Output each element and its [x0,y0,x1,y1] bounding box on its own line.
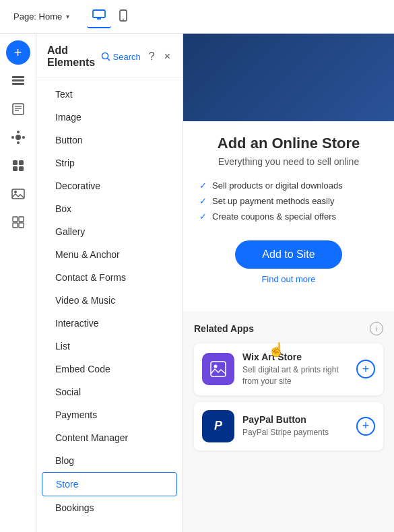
svg-point-12 [15,135,21,140]
app-card-wix-art: Wix Art Store Sell digital art & prints … [194,343,383,395]
menu-item-video-music[interactable]: Video & Music [42,289,177,312]
menu-item-payments[interactable]: Payments [42,403,177,426]
add-wix-art-button[interactable]: + [356,360,375,378]
menu-item-strip[interactable]: Strip [42,152,177,174]
svg-rect-23 [13,217,18,222]
svg-rect-5 [12,76,24,78]
close-button[interactable]: × [163,49,172,64]
svg-point-16 [22,136,25,139]
feature-text-1: Sell products or digital downloads [212,180,343,191]
menu-item-box[interactable]: Box [42,197,177,220]
svg-point-15 [11,136,14,139]
menu-item-store[interactable]: Store [42,472,177,496]
wix-art-desc: Sell digital art & prints right from you… [242,364,348,387]
paypal-name: PayPal Button [242,414,348,425]
feature-title: Add an Online Store [199,135,378,152]
top-bar: Page: Home ▾ [0,0,394,34]
menu-item-image[interactable]: Image [42,106,177,129]
paypal-desc: PayPal Stripe payments [242,427,348,438]
menu-item-text[interactable]: Text [42,83,177,106]
svg-rect-25 [13,223,18,228]
check-icon-3: ✓ [199,211,207,222]
menu-item-embed-code[interactable]: Embed Code [42,358,177,380]
chevron-down-icon: ▾ [66,13,69,20]
svg-rect-7 [12,83,24,85]
related-apps-header: Related Apps i [194,322,383,335]
svg-point-22 [14,191,17,193]
svg-point-13 [17,131,20,133]
feature-list: ✓ Sell products or digital downloads ✓ S… [199,178,378,224]
svg-rect-18 [19,160,24,165]
svg-line-28 [107,59,110,61]
menu-list: Text Image Button Strip Decorative Box G… [36,77,183,532]
page-label: Page: Home [13,11,62,22]
page-selector[interactable]: Page: Home ▾ [8,9,75,24]
add-element-button[interactable]: + [6,40,30,65]
panel-header: Add Elements Search ? × [36,34,183,77]
svg-rect-8 [13,104,24,114]
menu-item-content-manager[interactable]: Content Manager [42,426,177,449]
pages-button[interactable] [6,97,30,121]
mobile-icon[interactable] [114,5,133,28]
search-button[interactable]: Search [101,52,141,62]
check-icon-1: ✓ [199,180,207,191]
apps-button[interactable] [6,154,30,178]
media-button[interactable] [6,182,30,206]
menu-item-contact-forms[interactable]: Contact & Forms [42,266,177,289]
svg-rect-29 [211,362,226,376]
feature-subtitle: Everything you need to sell online [199,156,378,167]
left-sidebar: + [0,34,36,532]
svg-rect-0 [93,10,105,18]
related-apps-title: Related Apps [194,323,254,334]
find-out-more-link[interactable]: Find out more [199,274,378,284]
feature-item-2: ✓ Set up payment methods easily [199,193,378,209]
svg-point-30 [214,365,218,368]
menu-item-blog[interactable]: Blog [42,449,177,472]
device-icons [87,5,133,28]
paypal-icon: P [202,410,234,442]
wix-art-info: Wix Art Store Sell digital art & prints … [242,352,348,387]
app-card-paypal: P PayPal Button PayPal Stripe payments + [194,402,383,451]
menu-item-gallery[interactable]: Gallery [42,220,177,243]
main-content: E.U 🛒≡ Bass Speaker Wireless Speaker H [183,34,394,532]
svg-rect-6 [12,79,24,81]
related-apps-info-icon[interactable]: i [370,322,383,335]
svg-point-14 [17,141,20,144]
svg-rect-19 [13,166,18,171]
svg-rect-20 [19,166,24,171]
menu-item-decorative[interactable]: Decorative [42,174,177,197]
menu-item-interactive[interactable]: Interactive [42,312,177,335]
wix-art-name: Wix Art Store [242,352,348,362]
menu-item-button[interactable]: Button [42,129,177,152]
wix-art-icon [202,353,234,385]
menu-item-bookings[interactable]: Bookings [42,496,177,519]
paypal-info: PayPal Button PayPal Stripe payments [242,414,348,438]
add-paypal-button[interactable]: + [356,417,375,436]
related-apps-section: Related Apps i Wix Art Store Sell digita… [183,311,394,468]
menu-item-list[interactable]: List [42,335,177,358]
check-icon-2: ✓ [199,196,207,206]
svg-point-27 [102,53,108,59]
add-to-site-button[interactable]: Add to Site [235,240,341,269]
svg-rect-17 [13,160,18,165]
feature-content: Add an Online Store Everything you need … [183,121,394,311]
svg-rect-24 [19,217,24,222]
menu-item-menu-anchor[interactable]: Menu & Anchor [42,243,177,266]
feature-item-3: ✓ Create coupons & special offers [199,209,378,224]
data-button[interactable] [6,210,30,234]
feature-text-2: Set up payment methods easily [212,196,334,206]
menu-item-social[interactable]: Social [42,380,177,403]
design-button[interactable] [6,125,30,149]
panel-header-icons: Search ? × [101,49,172,64]
panel-title: Add Elements [47,44,101,69]
feature-text-3: Create coupons & special offers [212,211,336,222]
desktop-icon[interactable] [87,5,111,28]
help-button[interactable]: ? [147,49,156,64]
add-elements-panel: Add Elements Search ? × Text Image Butto… [36,34,183,532]
feature-item-1: ✓ Sell products or digital downloads [199,178,378,193]
search-label: Search [113,52,141,62]
store-banner: E.U 🛒≡ Bass Speaker Wireless Speaker H [183,34,394,121]
svg-rect-26 [19,223,24,228]
svg-point-4 [123,18,124,20]
strips-button[interactable] [6,69,30,93]
